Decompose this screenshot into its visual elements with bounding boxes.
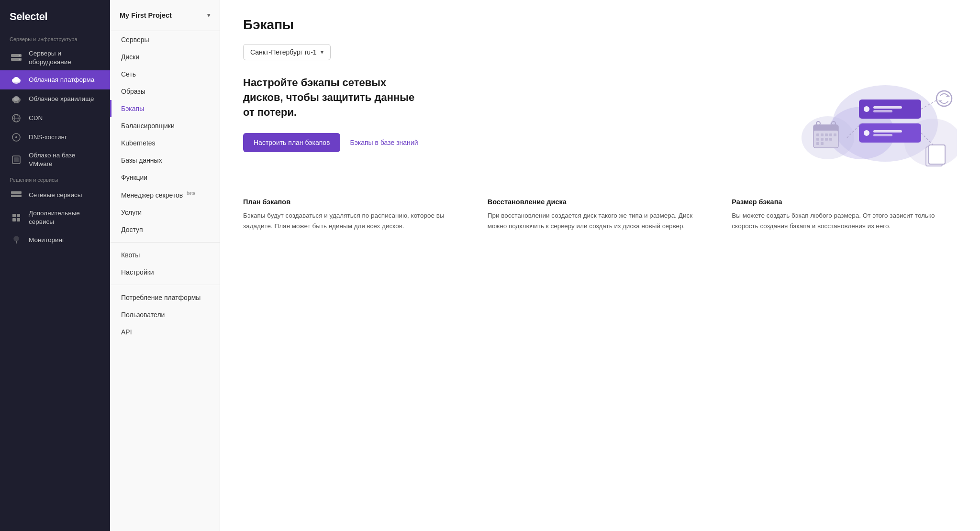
sidebar-item-extra[interactable]: Дополнительные сервисы	[0, 205, 110, 230]
info-card-title-0: План бэкапов	[243, 198, 468, 206]
servers-icon	[10, 53, 23, 63]
svg-rect-39	[816, 133, 819, 136]
nav-item-backups[interactable]: Бэкапы	[110, 100, 220, 117]
svg-rect-35	[813, 125, 838, 132]
svg-rect-52	[873, 106, 902, 109]
sidebar-item-label: DNS-хостинг	[29, 133, 67, 142]
nav-item-servers[interactable]: Серверы	[110, 31, 220, 48]
sidebar-item-label: Облачное хранилище	[29, 95, 94, 103]
info-card-title-2: Размер бэкапа	[732, 198, 957, 206]
extra-icon	[10, 212, 23, 223]
cloud-storage-icon	[10, 94, 23, 104]
svg-rect-53	[873, 110, 892, 112]
nav-item-functions[interactable]: Функции	[110, 169, 220, 186]
svg-rect-65	[929, 145, 945, 164]
hero-illustration	[785, 76, 957, 181]
nav-item-consumption[interactable]: Потребление платформы	[110, 289, 220, 306]
nav-item-disks[interactable]: Диски	[110, 48, 220, 66]
nav-item-access[interactable]: Доступ	[110, 221, 220, 238]
region-label: Санкт-Петербург ru-1	[250, 48, 317, 56]
sidebar-item-label: CDN	[29, 114, 43, 122]
svg-rect-47	[829, 138, 832, 141]
sidebar-item-label: Облачная платформа	[29, 76, 94, 84]
svg-point-19	[15, 136, 17, 138]
nav-item-api[interactable]: API	[110, 323, 220, 341]
info-card-text-0: Бэкапы будут создаваться и удаляться по …	[243, 210, 468, 231]
sidebar-item-servers-hw[interactable]: Серверы и оборудование	[0, 45, 110, 70]
svg-rect-46	[825, 138, 828, 141]
sidebar-item-cloud-storage[interactable]: Облачное хранилище	[0, 89, 110, 109]
svg-point-3	[19, 58, 21, 60]
nav-divider-1	[110, 242, 220, 243]
svg-rect-36	[814, 131, 837, 132]
nav-item-network[interactable]: Сеть	[110, 66, 220, 83]
sidebar-item-label: Мониторинг	[29, 236, 65, 244]
setup-backup-plan-button[interactable]: Настроить план бэкапов	[243, 133, 340, 152]
nav-item-settings[interactable]: Настройки	[110, 264, 220, 281]
cdn-icon	[10, 113, 23, 123]
nav-item-databases[interactable]: Базы данных	[110, 152, 220, 169]
sidebar-item-label: Облако на базе VMware	[29, 151, 100, 168]
info-cards: План бэкапов Бэкапы будут создаваться и …	[243, 198, 957, 231]
knowledge-base-link[interactable]: Бэкапы в базе знаний	[350, 139, 418, 146]
monitor-icon	[10, 234, 23, 245]
svg-rect-49	[821, 142, 824, 145]
dns-icon	[10, 132, 23, 143]
hero-actions: Настроить план бэкапов Бэкапы в базе зна…	[243, 133, 766, 152]
sidebar-item-dns[interactable]: DNS-хостинг	[0, 128, 110, 147]
svg-point-7	[13, 77, 19, 82]
cloud-platform-icon	[10, 75, 23, 85]
svg-rect-41	[825, 133, 828, 136]
sidebar-item-cdn[interactable]: CDN	[0, 109, 110, 128]
svg-point-55	[864, 130, 869, 136]
info-card-plan: План бэкапов Бэкапы будут создаваться и …	[243, 198, 468, 231]
main-content: Бэкапы Санкт-Петербург ru-1 ▾ Настройте …	[220, 0, 980, 531]
svg-point-11	[13, 96, 19, 101]
svg-rect-27	[17, 218, 20, 221]
page-title: Бэкапы	[243, 17, 957, 33]
svg-point-61	[936, 91, 952, 106]
svg-rect-23	[11, 195, 22, 197]
svg-rect-26	[12, 218, 16, 221]
nav-divider-2	[110, 285, 220, 285]
svg-rect-24	[12, 214, 16, 217]
logo: Selectel	[0, 0, 110, 32]
nav-item-secrets[interactable]: Менеджер секретов beta	[110, 186, 220, 204]
svg-rect-21	[14, 157, 19, 162]
nav-item-images[interactable]: Образы	[110, 83, 220, 100]
hero-section: Настройте бэкапы сетевых дисков, чтобы з…	[243, 76, 957, 181]
sidebar: Selectel Серверы и инфраструктура Сервер…	[0, 0, 110, 531]
info-card-restore: Восстановление диска При восстановлении …	[488, 198, 713, 231]
svg-rect-42	[829, 133, 832, 136]
svg-rect-48	[816, 142, 819, 145]
project-chevron: ▾	[207, 12, 210, 19]
svg-rect-40	[821, 133, 824, 136]
svg-rect-22	[11, 191, 22, 194]
sidebar-item-label: Сетевые сервисы	[29, 191, 82, 199]
svg-rect-56	[873, 130, 902, 133]
project-selector[interactable]: My First Project ▾	[110, 0, 220, 31]
sidebar-item-vmware[interactable]: Облако на базе VMware	[0, 147, 110, 172]
section-label-infra: Серверы и инфраструктура	[0, 32, 110, 45]
sidebar-item-monitoring[interactable]: Мониторинг	[0, 230, 110, 249]
hero-text: Настройте бэкапы сетевых дисков, чтобы з…	[243, 76, 766, 152]
section-label-solutions: Решения и сервисы	[0, 172, 110, 186]
vmware-icon	[10, 155, 23, 165]
beta-badge: beta	[187, 191, 195, 196]
nav-item-kubernetes[interactable]: Kubernetes	[110, 134, 220, 152]
sidebar-item-label: Дополнительные сервисы	[29, 209, 100, 226]
sidebar-item-network[interactable]: Сетевые сервисы	[0, 186, 110, 205]
nav-item-services[interactable]: Услуги	[110, 204, 220, 221]
nav-item-users[interactable]: Пользователи	[110, 306, 220, 323]
svg-point-28	[14, 236, 19, 241]
info-card-text-1: При восстановлении создается диск такого…	[488, 210, 713, 231]
info-card-text-2: Вы можете создать бэкап любого размера. …	[732, 210, 957, 231]
nav-item-balancers[interactable]: Балансировщики	[110, 117, 220, 134]
region-selector[interactable]: Санкт-Петербург ru-1 ▾	[243, 44, 331, 60]
svg-point-2	[19, 55, 21, 56]
sidebar-item-cloud-platform[interactable]: Облачная платформа	[0, 70, 110, 89]
nav-item-quotas[interactable]: Квоты	[110, 246, 220, 264]
svg-rect-44	[816, 138, 819, 141]
network-icon	[10, 190, 23, 200]
svg-rect-45	[821, 138, 824, 141]
